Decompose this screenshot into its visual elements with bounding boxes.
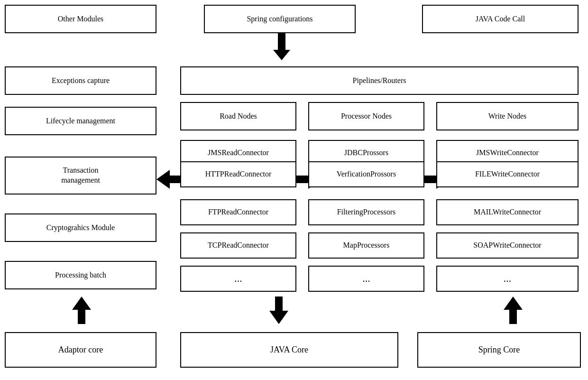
ftp-read-box: FTPReadConnector <box>180 199 296 225</box>
tcp-read-box: TCPReadConnector <box>180 232 296 259</box>
dots-left-box: ... <box>180 266 296 292</box>
transaction-management-box: Transaction management <box>5 157 156 195</box>
write-nodes-box: Write Nodes <box>436 102 579 130</box>
spring-to-pipelines-arrow <box>273 33 290 60</box>
diagram: Other Modules Spring configurations JAVA… <box>0 0 588 380</box>
processor-nodes-box: Processor Nodes <box>308 102 424 130</box>
adaptor-up-arrow <box>72 297 91 324</box>
other-modules-box: Other Modules <box>5 5 156 33</box>
adaptor-core-box: Adaptor core <box>5 332 156 368</box>
spring-core-box: Spring Core <box>417 332 581 368</box>
mail-write-box: MAILWriteConnector <box>436 199 579 225</box>
spring-configurations-box: Spring configurations <box>204 5 356 33</box>
dots-right-box: ... <box>436 266 579 292</box>
dots-mid-box: ... <box>308 266 424 292</box>
pipelines-routers-box: Pipelines/Routers <box>180 66 579 95</box>
java-core-box: JAVA Core <box>180 332 398 368</box>
java-core-down-arrow <box>269 297 288 324</box>
filtering-processors-box: FilteringProcessors <box>308 199 424 225</box>
processing-batch-box: Processing batch <box>5 261 156 289</box>
file-write-box: FILEWriteConnector <box>436 161 579 187</box>
exceptions-capture-box: Exceptions capture <box>5 66 156 95</box>
map-processors-box: MapProcessors <box>308 232 424 259</box>
http-read-box: HTTPReadConnector <box>180 161 296 187</box>
soap-write-box: SOAPWriteConnector <box>436 232 579 259</box>
java-code-call-box: JAVA Code Call <box>422 5 579 33</box>
cryptographics-box: Cryptograhics Module <box>5 213 156 242</box>
spring-core-up-arrow <box>504 297 523 324</box>
road-nodes-box: Road Nodes <box>180 102 296 130</box>
lifecycle-management-box: Lifecycle management <box>5 107 156 135</box>
verification-processors-box: VerficationProssors <box>308 161 424 187</box>
